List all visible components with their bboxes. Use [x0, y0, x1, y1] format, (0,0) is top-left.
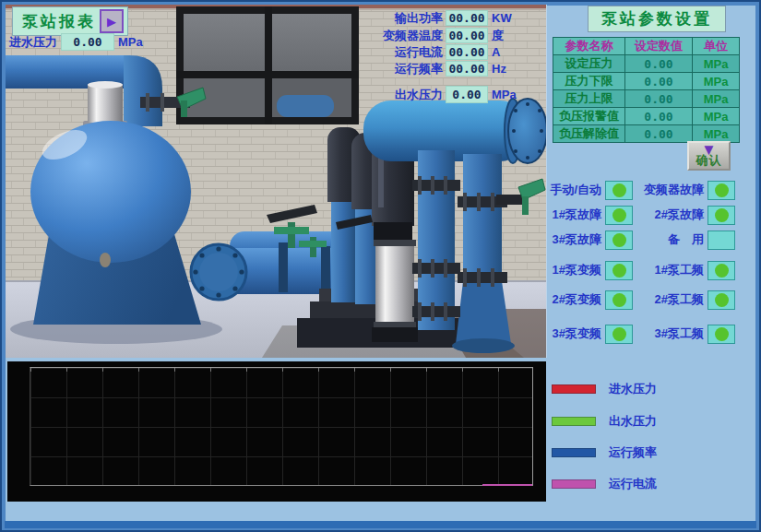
settings-panel-title: 泵站参数设置 [588, 6, 726, 32]
inverter-temp-readout: 变频器温度 00.00 度 [362, 28, 504, 43]
inverter-temp-value: 00.00 [446, 28, 488, 43]
play-arrow-icon[interactable]: ▶ [100, 9, 124, 33]
neg-pressure-alarm-value[interactable]: 0.00 [625, 108, 693, 125]
inlet-pressure-value: 0.00 [61, 33, 114, 51]
window [176, 6, 359, 124]
confirm-button-label: 确认 [689, 154, 729, 166]
indicator-vfd-fault: 变频器故障 [636, 180, 735, 200]
inlet-pressure-unit: MPa [118, 35, 143, 49]
pressure-low-limit-value[interactable]: 0.00 [625, 73, 693, 90]
report-button-label: 泵站报表 [22, 11, 96, 32]
table-row: 负压报警值 0.00 MPa [553, 108, 740, 125]
lamp [605, 206, 633, 225]
col-set-value: 设定数值 [625, 38, 693, 55]
lamp [707, 290, 735, 310]
air-valve [83, 81, 127, 127]
parameter-table: 参数名称 设定数值 单位 设定压力 0.00 MPa 压力下限 0.00 MPa… [553, 37, 740, 143]
table-row: 压力下限 0.00 MPa [553, 73, 740, 90]
table-row: 设定压力 0.00 MPa [553, 55, 740, 73]
pump-station-hmi: 泵站报表 ▶ 进水压力 0.00 MPa 输出功率 00.00 KW 变频器温度… [0, 0, 761, 532]
set-pressure-value[interactable]: 0.00 [625, 55, 693, 73]
col-unit: 单位 [693, 38, 740, 55]
output-power-readout: 输出功率 00.00 KW [362, 10, 512, 26]
table-row: 压力上限 0.00 MPa [553, 90, 740, 108]
pressure-high-limit-value[interactable]: 0.00 [625, 90, 693, 108]
legend-swatch [552, 479, 596, 489]
indicator-pump1-grid: 1#泵工频 [636, 260, 735, 280]
output-power-value: 00.00 [446, 10, 488, 26]
run-freq-readout: 运行频率 00.00 Hz [362, 61, 506, 77]
neg-pressure-release-value[interactable]: 0.00 [625, 125, 693, 143]
indicator-pump2-grid: 2#泵工频 [636, 290, 735, 310]
run-current-trace [482, 484, 532, 486]
riser-pipes [412, 150, 515, 353]
indicator-pump3-vfd: 3#泵变频 [548, 324, 633, 344]
inlet-pressure-readout: 进水压力 0.00 MPa [9, 33, 143, 51]
run-freq-value: 00.00 [446, 61, 488, 77]
indicator-pump1-fault: 1#泵故障 [548, 205, 633, 225]
lamp [707, 206, 735, 225]
legend-run-current: 运行电流 [552, 477, 657, 491]
bottom-border-strip [5, 521, 756, 528]
indicator-pump2-vfd: 2#泵变频 [548, 290, 633, 310]
report-button[interactable]: 泵站报表 ▶ [12, 6, 128, 36]
legend-run-frequency: 运行频率 [552, 445, 657, 460]
lamp [605, 231, 633, 250]
legend-swatch [552, 417, 596, 426]
pressure-tank [30, 121, 201, 325]
lamp [605, 261, 633, 280]
indicator-pump2-fault: 2#泵故障 [636, 205, 735, 225]
lamp [605, 325, 633, 344]
lamp [605, 181, 633, 200]
indicator-manual-auto: 手动/自动 [548, 180, 633, 200]
axis-ticks [30, 368, 532, 372]
inlet-pressure-label: 进水压力 [9, 34, 57, 51]
col-param-name: 参数名称 [553, 38, 625, 55]
legend-swatch [552, 448, 596, 457]
legend-outlet-pressure: 出水压力 [552, 414, 657, 429]
lamp [707, 181, 735, 200]
trend-plot-area [30, 367, 533, 486]
run-current-value: 00.00 [446, 44, 488, 60]
indicator-pump3-fault: 3#泵故障 [548, 230, 633, 250]
lamp [707, 231, 735, 250]
lamp [605, 290, 633, 310]
indicator-pump3-grid: 3#泵工频 [636, 324, 735, 344]
indicator-pump1-vfd: 1#泵变频 [548, 260, 633, 280]
outlet-pressure-readout: 出水压力 0.00 MPa [362, 87, 517, 102]
legend-inlet-pressure: 进水压力 [552, 382, 657, 396]
lamp [707, 261, 735, 280]
trend-chart [7, 361, 546, 502]
lamp [707, 325, 735, 344]
confirm-button[interactable]: ▼ 确认 [687, 141, 731, 171]
run-current-readout: 运行电流 00.00 A [362, 44, 500, 60]
indicator-spare: 备 用 [636, 230, 735, 250]
table-row: 负压解除值 0.00 MPa [553, 125, 740, 143]
outlet-pressure-value: 0.00 [446, 86, 488, 103]
legend-swatch [552, 384, 596, 394]
table-header-row: 参数名称 设定数值 单位 [553, 38, 740, 55]
